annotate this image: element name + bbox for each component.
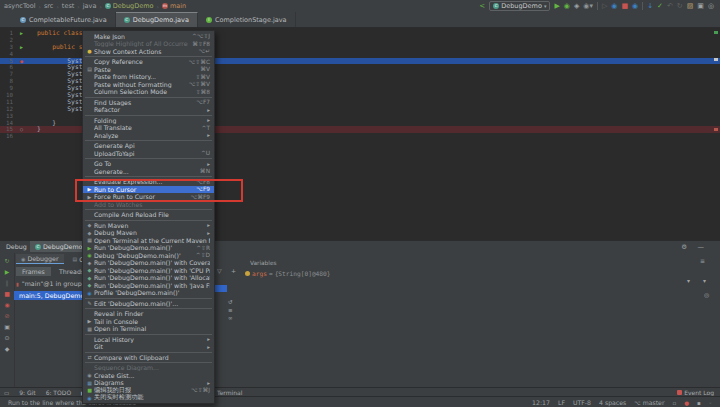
debug-button[interactable]: ◉	[564, 0, 570, 12]
menu-item-reveal-in-finder[interactable]: Reveal in Finder	[83, 310, 214, 318]
menu-item-generate-api[interactable]: Generate Api	[83, 142, 214, 150]
menu-item-show-context-actions[interactable]: ●Show Context Actions⌥↵	[83, 48, 214, 56]
menu-item-paste[interactable]: ▤Paste⌘V	[83, 66, 214, 74]
evaluate-watch-icon[interactable]: ∞	[228, 315, 233, 321]
menu-item-local-history[interactable]: Local History▸	[83, 336, 214, 344]
pin-icon[interactable]: ◆	[0, 345, 14, 352]
status-widget-12-17[interactable]: 12:17	[532, 399, 550, 406]
rerun-icon[interactable]: ↻	[0, 257, 14, 264]
background-tasks-icon[interactable]: ◦	[709, 400, 712, 406]
menu-item-run-debugdemo-main-with-allocation-profiler[interactable]: ◆Run 'DebugDemo.main()' with 'Allocation…	[83, 274, 214, 282]
debug-session-tab[interactable]: C DebugDemo	[30, 241, 87, 252]
menu-item-generate[interactable]: Generate...⌘N	[83, 168, 214, 176]
indexing-icon[interactable]: ▪	[697, 400, 701, 406]
editor-tab-completablefuture-java[interactable]: CCompletableFuture.java	[12, 12, 116, 27]
notifications-icon[interactable]: ●	[684, 400, 689, 406]
menu-item-find-usages[interactable]: Find Usages⌥F7	[83, 99, 214, 107]
watch-list-icon[interactable]: ≡	[228, 307, 233, 313]
menu-item-run-debugdemo-main[interactable]: ▶Run 'DebugDemo.main()'^⇧R	[83, 244, 214, 252]
chevron-down-icon[interactable]: ▾	[687, 277, 690, 284]
menu-item-run-debugdemo-main-with-cpu-profiler[interactable]: ◆Run 'DebugDemo.main()' with 'CPU Profil…	[83, 267, 214, 275]
breakpoint-icon[interactable]: ●	[20, 58, 23, 65]
debug-settings-icon[interactable]: ⊙	[0, 334, 14, 341]
search-everywhere-icon[interactable]: ◎	[708, 0, 714, 12]
breadcrumb-item-debugdemo[interactable]: CDebugDemo	[105, 2, 154, 10]
editor-tab-debugdemo-java[interactable]: CDebugDemo.java	[116, 12, 198, 27]
mute-breakpoints-icon[interactable]: ⊘	[0, 312, 14, 319]
project-structure-icon[interactable]: ▨	[687, 0, 694, 12]
menu-item-debug-maven[interactable]: ◆Debug Maven▸	[83, 229, 214, 237]
run-config-combo[interactable]: CDebugDemo▾	[489, 1, 550, 11]
menu-item-edit-debugdemo-main[interactable]: ✎Edit 'DebugDemo.main()'...	[83, 300, 214, 308]
rerun-disabled-icon[interactable]: ▷	[602, 0, 607, 12]
menu-item-run-debugdemo-main-with-java-flight-recorder[interactable]: ◆Run 'DebugDemo.main()' with 'Java Fligh…	[83, 282, 214, 290]
view-breakpoints-icon[interactable]: ◉	[0, 301, 14, 308]
run-button[interactable]: ▶	[554, 0, 559, 12]
editor-tab-completionstage-java[interactable]: ICompletionStage.java	[198, 12, 296, 27]
resume-icon[interactable]: ▶	[0, 268, 14, 275]
menu-item-debug-debugdemo-main[interactable]: ◉Debug 'DebugDemo.main()'^⇧D	[83, 252, 214, 260]
terminal-toolwindow-button[interactable]: Terminal	[217, 389, 242, 396]
pause-icon[interactable]: ‖	[0, 279, 14, 286]
commit-icon[interactable]: ✓	[657, 0, 663, 12]
status-widget-utf-8[interactable]: UTF-8	[573, 399, 591, 406]
restart-debug-icon[interactable]: ◉	[632, 0, 638, 12]
menu-item-compare-with-clipboard[interactable]: ⇄Compare with Clipboard	[83, 354, 214, 362]
menu-item-make-json[interactable]: Make Json^⌥⇧J	[83, 33, 214, 41]
resume-program-icon[interactable]: ◉	[611, 0, 617, 12]
thread-dump-icon[interactable]: ▣	[0, 323, 14, 330]
event-log-button[interactable]: Event Log	[677, 389, 714, 396]
git-toolwindow-button[interactable]: 9: Git	[19, 389, 35, 396]
profiler-button[interactable]: ◉▾	[583, 0, 593, 12]
menu-item-run-maven[interactable]: ◆Run Maven▸	[83, 222, 214, 230]
tab-debugger[interactable]: ◉ Debugger	[16, 254, 64, 264]
menu-item-sequence-diagram[interactable]: Sequence Diagram...	[83, 364, 214, 372]
filter-funnel-icon[interactable]: ▽	[217, 267, 222, 274]
breadcrumb-item-test[interactable]: test	[62, 2, 74, 10]
search-variables-icon[interactable]: ◎	[704, 291, 709, 298]
status-widget-master[interactable]: ⌥master	[634, 399, 664, 406]
menu-item-diagrams[interactable]: ▦Diagrams▸	[83, 379, 214, 387]
menu-item-analyze[interactable]: Analyze▸	[83, 132, 214, 140]
menu-item-编辑我的日报[interactable]: ■编辑我的日报⌥⇧⌘J	[83, 387, 214, 395]
stop-icon[interactable]: ■	[0, 290, 14, 297]
breadcrumb-item-java[interactable]: java	[83, 2, 97, 10]
update-project-icon[interactable]: ↓	[647, 0, 653, 12]
restore-layout-icon[interactable]: ▣	[697, 0, 704, 12]
rollback-icon[interactable]: ↶	[667, 0, 673, 12]
menu-item-column-selection-mode[interactable]: Column Selection Mode⇧⌘8	[83, 88, 214, 96]
menu-item-uploadtoyapi[interactable]: UploadToYapi^U	[83, 150, 214, 158]
readonly-lock-icon[interactable]: ▫	[672, 400, 676, 406]
menu-item-tail-in-console[interactable]: ▶Tail in Console	[83, 318, 214, 326]
debug-settings-gear-icon[interactable]: ⚙	[681, 243, 687, 251]
menu-item-compile-and-reload-file[interactable]: Compile And Reload File	[83, 211, 214, 219]
layout-options-icon[interactable]: ≡	[700, 257, 705, 264]
tool-window-switcher[interactable]: ▭	[4, 390, 9, 396]
menu-item-go-to[interactable]: Go To▸	[83, 160, 214, 168]
menu-item-refactor[interactable]: Refactor▸	[83, 106, 214, 114]
history-icon[interactable]: ↻	[677, 0, 683, 12]
breadcrumb-item-src[interactable]: src	[44, 2, 54, 10]
menu-item-open-in-terminal[interactable]: ▦Open in Terminal	[83, 325, 214, 333]
menu-item-all-translate[interactable]: All Translate^T	[83, 124, 214, 132]
menu-item-create-gist[interactable]: ◉Create Gist...	[83, 372, 214, 380]
coverage-button[interactable]: ◈	[574, 0, 579, 12]
menu-item-paste-from-history[interactable]: Paste from History...⇧⌘V	[83, 73, 214, 81]
breadcrumb-item-main[interactable]: mmain	[162, 2, 186, 10]
chevron-down-icon[interactable]: ▾	[703, 277, 706, 284]
menu-item-run-debugdemo-main-with-coverage[interactable]: ◈Run 'DebugDemo.main()' with Coverage	[83, 259, 214, 267]
menu-item-folding[interactable]: Folding▸	[83, 117, 214, 125]
menu-item-toggle-highlight-of-all-occurrences[interactable]: Toggle Highlight of All Occurrences⌘⇧F8	[83, 40, 214, 48]
hide-panel-icon[interactable]: —	[698, 243, 705, 251]
todo-toolwindow-button[interactable]: 6: TODO	[46, 389, 71, 396]
error-stripe[interactable]	[713, 28, 718, 240]
stop-button[interactable]: ■	[621, 0, 628, 12]
variable-row-args[interactable]: args = {String[0]@480}	[245, 270, 331, 277]
status-widget-lf[interactable]: LF	[558, 399, 565, 406]
menu-item-open-terminal-at-the-current-maven-module-path[interactable]: ▦Open Terminal at the Current Maven Modu…	[83, 237, 214, 245]
status-widget-4-spaces[interactable]: 4 spaces	[599, 399, 626, 406]
breadcrumb-item-asynctool[interactable]: asyncTool	[4, 2, 36, 10]
menu-item-profile-debugdemo-main[interactable]: ◉Profile 'DebugDemo.main()'	[83, 289, 214, 297]
menu-item-关闭实时检测功能[interactable]: ◉关闭实时检测功能	[83, 394, 214, 402]
menu-item-git[interactable]: Git▸	[83, 343, 214, 351]
